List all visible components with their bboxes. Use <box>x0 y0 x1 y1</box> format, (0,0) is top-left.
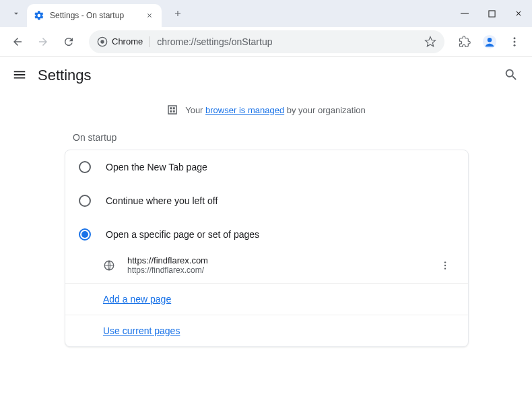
startup-card: Open the New Tab page Continue where you… <box>65 150 469 347</box>
svg-point-7 <box>514 40 516 42</box>
startup-page-entry: https://findflarex.com https://findflare… <box>65 251 468 284</box>
plus-icon <box>173 9 182 18</box>
hamburger-icon <box>12 67 27 82</box>
managed-notice: Your browser is managed by your organiza… <box>0 94 532 125</box>
more-vertical-icon <box>440 260 451 271</box>
browser-toolbar: Chrome <box>0 27 532 57</box>
minimize-button[interactable] <box>451 0 478 27</box>
radio-new-tab[interactable]: Open the New Tab page <box>65 150 468 184</box>
svg-rect-0 <box>461 13 469 13</box>
forward-button[interactable] <box>32 31 54 53</box>
reload-icon <box>63 36 75 48</box>
maximize-icon <box>488 10 496 18</box>
bookmark-button[interactable] <box>424 36 436 48</box>
star-icon <box>424 36 436 48</box>
startup-page-text: https://findflarex.com https://findflare… <box>127 255 424 275</box>
radio-label: Open a specific page or set of pages <box>106 229 259 240</box>
svg-point-12 <box>444 267 446 269</box>
svg-point-11 <box>444 264 446 265</box>
radio-label: Continue where you left off <box>106 195 218 206</box>
page-title: Settings <box>38 67 92 84</box>
tab-title: Settings - On startup <box>50 11 139 20</box>
puzzle-icon <box>459 36 471 48</box>
settings-page: Settings Your browser is managed by your… <box>0 57 532 413</box>
use-current-pages-link[interactable]: Use current pages <box>103 325 180 336</box>
address-bar[interactable]: Chrome <box>89 30 444 53</box>
svg-point-8 <box>514 44 516 46</box>
radio-continue[interactable]: Continue where you left off <box>65 184 468 218</box>
site-chip[interactable]: Chrome <box>97 36 150 47</box>
maximize-button[interactable] <box>478 0 505 27</box>
minimize-icon <box>461 9 469 18</box>
radio-label: Open the New Tab page <box>106 162 207 172</box>
browser-tab[interactable]: Settings - On startup <box>27 4 162 27</box>
svg-point-6 <box>514 37 516 39</box>
chrome-logo-icon <box>97 36 108 47</box>
radio-icon <box>79 195 91 207</box>
tab-search-dropdown[interactable] <box>5 3 27 24</box>
svg-point-10 <box>444 261 446 263</box>
arrow-right-icon <box>37 36 49 48</box>
use-current-row: Use current pages <box>65 315 468 346</box>
back-button[interactable] <box>7 31 28 53</box>
menu-toggle[interactable] <box>12 67 28 84</box>
search-settings-button[interactable] <box>504 67 520 84</box>
add-page-link[interactable]: Add a new page <box>103 294 171 305</box>
startup-page-url: https://findflarex.com/ <box>127 265 424 275</box>
arrow-left-icon <box>11 36 24 48</box>
radio-icon <box>79 161 91 173</box>
svg-point-5 <box>488 38 492 42</box>
menu-button[interactable] <box>504 31 525 53</box>
close-icon <box>146 12 153 19</box>
new-tab-button[interactable] <box>168 4 187 23</box>
search-icon <box>504 67 519 82</box>
extensions-button[interactable] <box>454 31 475 53</box>
svg-point-3 <box>100 40 104 43</box>
svg-rect-1 <box>488 10 494 16</box>
profile-button[interactable] <box>479 32 500 52</box>
reload-button[interactable] <box>58 31 79 53</box>
section-title: On startup <box>0 125 532 150</box>
gear-icon <box>34 10 44 21</box>
page-header: Settings <box>0 57 532 94</box>
more-vertical-icon <box>508 36 521 48</box>
radio-specific-pages[interactable]: Open a specific page or set of pages <box>65 218 468 251</box>
window-controls <box>451 0 532 27</box>
profile-icon <box>482 34 497 49</box>
close-icon <box>514 9 523 18</box>
globe-icon <box>103 259 115 272</box>
managed-link[interactable]: browser is managed <box>205 105 284 115</box>
add-page-row: Add a new page <box>65 284 468 315</box>
site-chip-label: Chrome <box>112 36 143 46</box>
managed-text: Your browser is managed by your organiza… <box>185 105 366 115</box>
building-icon <box>166 104 178 116</box>
page-entry-more-button[interactable] <box>436 256 455 275</box>
title-bar: Settings - On startup <box>0 0 532 27</box>
tab-close-button[interactable] <box>144 10 155 21</box>
startup-page-name: https://findflarex.com <box>127 255 424 265</box>
chevron-down-icon <box>11 9 21 18</box>
url-input[interactable] <box>157 36 418 47</box>
close-window-button[interactable] <box>505 0 532 27</box>
radio-icon <box>79 228 91 241</box>
